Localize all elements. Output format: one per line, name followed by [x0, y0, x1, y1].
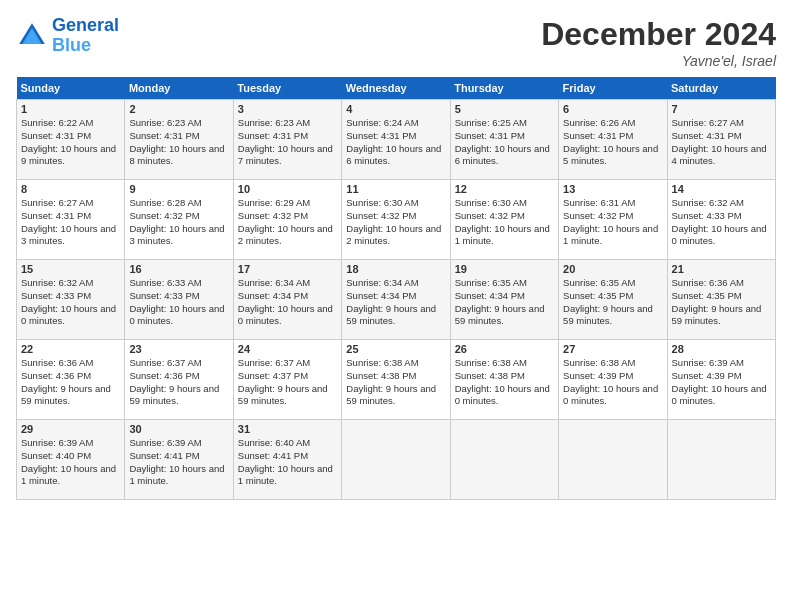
- cell-info: Sunrise: 6:27 AMSunset: 4:31 PMDaylight:…: [21, 197, 120, 248]
- weekday-header-sunday: Sunday: [17, 77, 125, 100]
- title-block: December 2024 Yavne'el, Israel: [541, 16, 776, 69]
- day-number: 22: [21, 343, 120, 355]
- calendar-week-row: 1Sunrise: 6:22 AMSunset: 4:31 PMDaylight…: [17, 100, 776, 180]
- cell-info: Sunrise: 6:39 AMSunset: 4:41 PMDaylight:…: [129, 437, 228, 488]
- cell-info: Sunrise: 6:32 AMSunset: 4:33 PMDaylight:…: [21, 277, 120, 328]
- calendar-cell: 19Sunrise: 6:35 AMSunset: 4:34 PMDayligh…: [450, 260, 558, 340]
- day-number: 9: [129, 183, 228, 195]
- day-number: 18: [346, 263, 445, 275]
- cell-info: Sunrise: 6:26 AMSunset: 4:31 PMDaylight:…: [563, 117, 662, 168]
- weekday-header-tuesday: Tuesday: [233, 77, 341, 100]
- cell-info: Sunrise: 6:38 AMSunset: 4:38 PMDaylight:…: [455, 357, 554, 408]
- calendar-cell: [667, 420, 775, 500]
- weekday-header-wednesday: Wednesday: [342, 77, 450, 100]
- day-number: 20: [563, 263, 662, 275]
- calendar-cell: 26Sunrise: 6:38 AMSunset: 4:38 PMDayligh…: [450, 340, 558, 420]
- calendar-cell: 27Sunrise: 6:38 AMSunset: 4:39 PMDayligh…: [559, 340, 667, 420]
- calendar-cell: 31Sunrise: 6:40 AMSunset: 4:41 PMDayligh…: [233, 420, 341, 500]
- day-number: 10: [238, 183, 337, 195]
- cell-info: Sunrise: 6:34 AMSunset: 4:34 PMDaylight:…: [238, 277, 337, 328]
- calendar-cell: 24Sunrise: 6:37 AMSunset: 4:37 PMDayligh…: [233, 340, 341, 420]
- weekday-header-saturday: Saturday: [667, 77, 775, 100]
- calendar-cell: 6Sunrise: 6:26 AMSunset: 4:31 PMDaylight…: [559, 100, 667, 180]
- day-number: 27: [563, 343, 662, 355]
- day-number: 17: [238, 263, 337, 275]
- calendar-cell: 22Sunrise: 6:36 AMSunset: 4:36 PMDayligh…: [17, 340, 125, 420]
- cell-info: Sunrise: 6:27 AMSunset: 4:31 PMDaylight:…: [672, 117, 771, 168]
- day-number: 28: [672, 343, 771, 355]
- calendar-cell: 17Sunrise: 6:34 AMSunset: 4:34 PMDayligh…: [233, 260, 341, 340]
- calendar-week-row: 22Sunrise: 6:36 AMSunset: 4:36 PMDayligh…: [17, 340, 776, 420]
- cell-info: Sunrise: 6:35 AMSunset: 4:34 PMDaylight:…: [455, 277, 554, 328]
- day-number: 1: [21, 103, 120, 115]
- cell-info: Sunrise: 6:32 AMSunset: 4:33 PMDaylight:…: [672, 197, 771, 248]
- calendar-cell: 20Sunrise: 6:35 AMSunset: 4:35 PMDayligh…: [559, 260, 667, 340]
- day-number: 31: [238, 423, 337, 435]
- month-year-title: December 2024: [541, 16, 776, 53]
- calendar-cell: 3Sunrise: 6:23 AMSunset: 4:31 PMDaylight…: [233, 100, 341, 180]
- cell-info: Sunrise: 6:40 AMSunset: 4:41 PMDaylight:…: [238, 437, 337, 488]
- cell-info: Sunrise: 6:35 AMSunset: 4:35 PMDaylight:…: [563, 277, 662, 328]
- cell-info: Sunrise: 6:38 AMSunset: 4:38 PMDaylight:…: [346, 357, 445, 408]
- calendar-cell: 12Sunrise: 6:30 AMSunset: 4:32 PMDayligh…: [450, 180, 558, 260]
- calendar-cell: 30Sunrise: 6:39 AMSunset: 4:41 PMDayligh…: [125, 420, 233, 500]
- day-number: 7: [672, 103, 771, 115]
- cell-info: Sunrise: 6:23 AMSunset: 4:31 PMDaylight:…: [238, 117, 337, 168]
- day-number: 19: [455, 263, 554, 275]
- cell-info: Sunrise: 6:30 AMSunset: 4:32 PMDaylight:…: [346, 197, 445, 248]
- calendar-cell: 2Sunrise: 6:23 AMSunset: 4:31 PMDaylight…: [125, 100, 233, 180]
- calendar-cell: 23Sunrise: 6:37 AMSunset: 4:36 PMDayligh…: [125, 340, 233, 420]
- day-number: 26: [455, 343, 554, 355]
- cell-info: Sunrise: 6:31 AMSunset: 4:32 PMDaylight:…: [563, 197, 662, 248]
- calendar-cell: 16Sunrise: 6:33 AMSunset: 4:33 PMDayligh…: [125, 260, 233, 340]
- day-number: 3: [238, 103, 337, 115]
- weekday-header-row: SundayMondayTuesdayWednesdayThursdayFrid…: [17, 77, 776, 100]
- calendar-cell: 8Sunrise: 6:27 AMSunset: 4:31 PMDaylight…: [17, 180, 125, 260]
- logo: General Blue: [16, 16, 119, 56]
- day-number: 2: [129, 103, 228, 115]
- logo-icon: [16, 20, 48, 52]
- calendar-cell: 5Sunrise: 6:25 AMSunset: 4:31 PMDaylight…: [450, 100, 558, 180]
- calendar-cell: 14Sunrise: 6:32 AMSunset: 4:33 PMDayligh…: [667, 180, 775, 260]
- weekday-header-thursday: Thursday: [450, 77, 558, 100]
- calendar-cell: 21Sunrise: 6:36 AMSunset: 4:35 PMDayligh…: [667, 260, 775, 340]
- calendar-cell: 7Sunrise: 6:27 AMSunset: 4:31 PMDaylight…: [667, 100, 775, 180]
- calendar-week-row: 29Sunrise: 6:39 AMSunset: 4:40 PMDayligh…: [17, 420, 776, 500]
- day-number: 14: [672, 183, 771, 195]
- calendar-week-row: 8Sunrise: 6:27 AMSunset: 4:31 PMDaylight…: [17, 180, 776, 260]
- page-header: General Blue December 2024 Yavne'el, Isr…: [16, 16, 776, 69]
- calendar-cell: 10Sunrise: 6:29 AMSunset: 4:32 PMDayligh…: [233, 180, 341, 260]
- day-number: 15: [21, 263, 120, 275]
- day-number: 11: [346, 183, 445, 195]
- calendar-cell: [342, 420, 450, 500]
- calendar-cell: [559, 420, 667, 500]
- day-number: 4: [346, 103, 445, 115]
- cell-info: Sunrise: 6:39 AMSunset: 4:40 PMDaylight:…: [21, 437, 120, 488]
- cell-info: Sunrise: 6:30 AMSunset: 4:32 PMDaylight:…: [455, 197, 554, 248]
- day-number: 13: [563, 183, 662, 195]
- cell-info: Sunrise: 6:34 AMSunset: 4:34 PMDaylight:…: [346, 277, 445, 328]
- day-number: 16: [129, 263, 228, 275]
- location-subtitle: Yavne'el, Israel: [541, 53, 776, 69]
- cell-info: Sunrise: 6:36 AMSunset: 4:36 PMDaylight:…: [21, 357, 120, 408]
- calendar-cell: 25Sunrise: 6:38 AMSunset: 4:38 PMDayligh…: [342, 340, 450, 420]
- calendar-cell: 4Sunrise: 6:24 AMSunset: 4:31 PMDaylight…: [342, 100, 450, 180]
- cell-info: Sunrise: 6:37 AMSunset: 4:37 PMDaylight:…: [238, 357, 337, 408]
- cell-info: Sunrise: 6:22 AMSunset: 4:31 PMDaylight:…: [21, 117, 120, 168]
- day-number: 24: [238, 343, 337, 355]
- logo-text: General Blue: [52, 16, 119, 56]
- weekday-header-friday: Friday: [559, 77, 667, 100]
- calendar-cell: 13Sunrise: 6:31 AMSunset: 4:32 PMDayligh…: [559, 180, 667, 260]
- calendar-cell: 9Sunrise: 6:28 AMSunset: 4:32 PMDaylight…: [125, 180, 233, 260]
- cell-info: Sunrise: 6:38 AMSunset: 4:39 PMDaylight:…: [563, 357, 662, 408]
- cell-info: Sunrise: 6:33 AMSunset: 4:33 PMDaylight:…: [129, 277, 228, 328]
- day-number: 23: [129, 343, 228, 355]
- day-number: 21: [672, 263, 771, 275]
- cell-info: Sunrise: 6:36 AMSunset: 4:35 PMDaylight:…: [672, 277, 771, 328]
- calendar-cell: 28Sunrise: 6:39 AMSunset: 4:39 PMDayligh…: [667, 340, 775, 420]
- cell-info: Sunrise: 6:29 AMSunset: 4:32 PMDaylight:…: [238, 197, 337, 248]
- cell-info: Sunrise: 6:37 AMSunset: 4:36 PMDaylight:…: [129, 357, 228, 408]
- calendar-cell: 18Sunrise: 6:34 AMSunset: 4:34 PMDayligh…: [342, 260, 450, 340]
- calendar-cell: 29Sunrise: 6:39 AMSunset: 4:40 PMDayligh…: [17, 420, 125, 500]
- day-number: 25: [346, 343, 445, 355]
